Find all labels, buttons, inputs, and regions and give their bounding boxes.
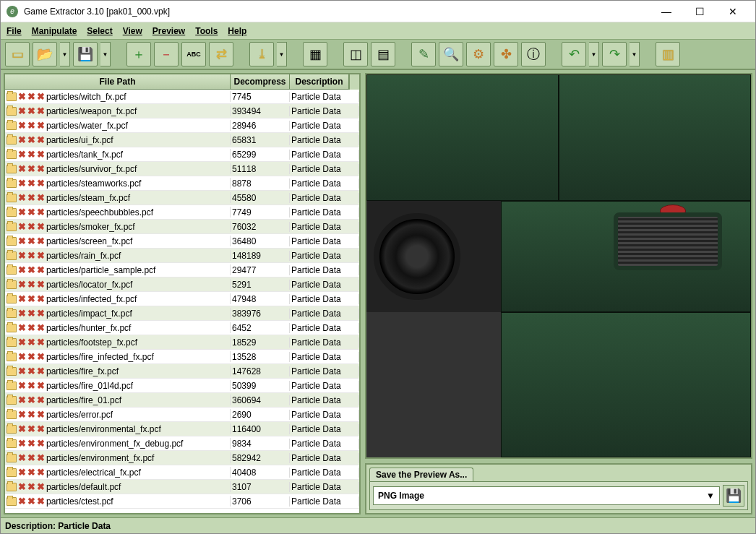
table-row[interactable]: ✖✖✖particles/error.pcf2690Particle Data [5, 408, 359, 422]
menu-file[interactable]: File [7, 26, 22, 36]
particle-icon: ✖ [18, 467, 26, 478]
particle-icon: ✖ [37, 337, 45, 348]
open-archive-dropdown[interactable]: ▼ [60, 42, 70, 66]
table-row[interactable]: ✖✖✖particles/steam_fx.pcf45580Particle D… [5, 191, 359, 205]
save-archive-dropdown[interactable]: ▼ [100, 42, 111, 66]
table-row[interactable]: ✖✖✖particles/fire_infected_fx.pcf13528Pa… [5, 350, 359, 364]
cell-description: Particle Data [290, 453, 359, 463]
particle-icon: ✖ [18, 409, 26, 420]
file-path-text: particles/witch_fx.pcf [46, 92, 126, 102]
open-archive-button[interactable]: 📂 [33, 42, 57, 66]
rename-file-button[interactable]: ABC [181, 42, 206, 66]
table-view-button[interactable]: ▦ [303, 42, 327, 66]
table-row[interactable]: ✖✖✖particles/particle_sample.pcf29477Par… [5, 263, 359, 277]
menu-preview[interactable]: Preview [153, 26, 185, 36]
list-view-button[interactable]: ▤ [371, 42, 395, 66]
menu-view[interactable]: View [123, 26, 142, 36]
column-file-path[interactable]: File Path [5, 74, 231, 89]
menu-manipulate[interactable]: Manipulate [32, 26, 77, 36]
menu-tools[interactable]: Tools [195, 26, 218, 36]
cell-decompress: 148189 [231, 251, 290, 261]
cell-description: Particle Data [290, 92, 359, 102]
thumbnail-view-button[interactable]: ◫ [343, 42, 368, 66]
table-row[interactable]: ✖✖✖particles/environment_fx.pcf582942Par… [5, 451, 359, 465]
file-path-text: particles/ui_fx.pcf [46, 135, 113, 145]
add-file-button[interactable]: ＋ [126, 42, 151, 66]
menu-help[interactable]: Help [228, 26, 246, 36]
table-row[interactable]: ✖✖✖particles/hunter_fx.pcf6452Particle D… [5, 321, 359, 335]
file-path-text: particles/default.pcf [46, 482, 121, 492]
new-archive-button[interactable]: ▭ [5, 42, 30, 66]
table-row[interactable]: ✖✖✖particles/impact_fx.pcf383976Particle… [5, 306, 359, 321]
undo-button[interactable]: ↶ [562, 42, 586, 66]
table-row[interactable]: ✖✖✖particles/environment_fx_debug.pcf983… [5, 436, 359, 451]
table-row[interactable]: ✖✖✖particles/tank_fx.pcf65299Particle Da… [5, 147, 359, 162]
table-row[interactable]: ✖✖✖particles/locator_fx.pcf5291Particle … [5, 277, 359, 292]
plugins-button[interactable]: ✤ [494, 42, 518, 66]
particle-icon: ✖ [37, 496, 45, 507]
cell-file-path: ✖✖✖particles/environmental_fx.pcf [5, 423, 231, 434]
folder-icon [7, 396, 17, 405]
cell-description: Particle Data [290, 496, 359, 507]
search-button[interactable]: 🔍 [439, 42, 463, 66]
table-row[interactable]: ✖✖✖particles/fire_fx.pcf147628Particle D… [5, 364, 359, 379]
column-decompress[interactable]: Decompress [231, 74, 290, 89]
extract-dropdown[interactable]: ▼ [277, 42, 287, 66]
undo-dropdown[interactable]: ▼ [589, 42, 599, 66]
replace-file-button[interactable]: ⇄ [209, 42, 233, 66]
cell-decompress: 13528 [231, 352, 290, 362]
extract-button[interactable]: ⤓ [249, 42, 274, 66]
particle-icon: ✖ [37, 105, 45, 116]
table-body[interactable]: ✖✖✖particles/witch_fx.pcf7745Particle Da… [5, 90, 359, 513]
table-row[interactable]: ✖✖✖particles/weapon_fx.pcf393494Particle… [5, 104, 359, 119]
maximize-button[interactable]: ☐ [683, 1, 716, 22]
hex-view-button[interactable]: ✎ [411, 42, 436, 66]
table-row[interactable]: ✖✖✖particles/fire_01.pcf360694Particle D… [5, 393, 359, 408]
table-row[interactable]: ✖✖✖particles/witch_fx.pcf7745Particle Da… [5, 90, 359, 104]
table-row[interactable]: ✖✖✖particles/smoker_fx.pcf76032Particle … [5, 220, 359, 234]
particle-icon: ✖ [27, 134, 35, 145]
cell-file-path: ✖✖✖particles/impact_fx.pcf [5, 308, 231, 319]
script-button[interactable]: ▥ [656, 42, 680, 66]
particle-icon: ✖ [27, 337, 35, 348]
table-row[interactable]: ✖✖✖particles/environmental_fx.pcf116400P… [5, 422, 359, 436]
redo-button[interactable]: ↷ [602, 42, 627, 66]
table-row[interactable]: ✖✖✖particles/rain_fx.pcf148189Particle D… [5, 249, 359, 263]
remove-file-button[interactable]: － [154, 42, 179, 66]
particle-icon: ✖ [27, 163, 35, 174]
save-archive-button[interactable]: 💾 [73, 42, 98, 66]
about-button[interactable]: ⓘ [521, 42, 546, 66]
column-description[interactable]: Description [290, 74, 349, 89]
table-row[interactable]: ✖✖✖particles/footstep_fx.pcf18529Particl… [5, 335, 359, 350]
chevron-down-icon: ▼ [706, 491, 715, 501]
table-row[interactable]: ✖✖✖particles/speechbubbles.pcf7749Partic… [5, 205, 359, 220]
folder-icon [7, 483, 17, 491]
close-button[interactable]: ✕ [716, 1, 749, 22]
particle-icon: ✖ [18, 423, 26, 434]
table-row[interactable]: ✖✖✖particles/electrical_fx.pcf40408Parti… [5, 465, 359, 480]
table-row[interactable]: ✖✖✖particles/infected_fx.pcf47948Particl… [5, 292, 359, 306]
hex-icon: ✎ [418, 48, 429, 61]
table-row[interactable]: ✖✖✖particles/default.pcf3107Particle Dat… [5, 480, 359, 494]
cell-decompress: 36480 [231, 236, 290, 246]
gear-icon: ⚙ [473, 48, 484, 61]
save-preview-tab[interactable]: Save the Preview As... [369, 468, 473, 481]
save-format-select[interactable]: PNG Image ▼ [373, 486, 720, 505]
table-row[interactable]: ✖✖✖particles/water_fx.pcf28946Particle D… [5, 119, 359, 133]
menu-select[interactable]: Select [87, 26, 112, 36]
settings-button[interactable]: ⚙ [466, 42, 491, 66]
table-row[interactable]: ✖✖✖particles/screen_fx.pcf36480Particle … [5, 234, 359, 249]
preview-image[interactable] [365, 73, 752, 459]
redo-dropdown[interactable]: ▼ [630, 42, 640, 66]
save-preview-button[interactable]: 💾 [723, 485, 744, 507]
table-row[interactable]: ✖✖✖particles/fire_01l4d.pcf50399Particle… [5, 379, 359, 393]
minimize-button[interactable]: — [650, 1, 683, 22]
folder-icon [7, 223, 17, 231]
table-row[interactable]: ✖✖✖particles/steamworks.pcf8878Particle … [5, 176, 359, 191]
table-row[interactable]: ✖✖✖particles/survivor_fx.pcf51118Particl… [5, 162, 359, 176]
table-row[interactable]: ✖✖✖particles/ctest.pcf3706Particle Data [5, 494, 359, 509]
table-row[interactable]: ✖✖✖particles/ui_fx.pcf65831Particle Data [5, 133, 359, 147]
folder-icon [7, 382, 17, 390]
particle-icon: ✖ [37, 308, 45, 319]
folder-icon [7, 266, 17, 275]
